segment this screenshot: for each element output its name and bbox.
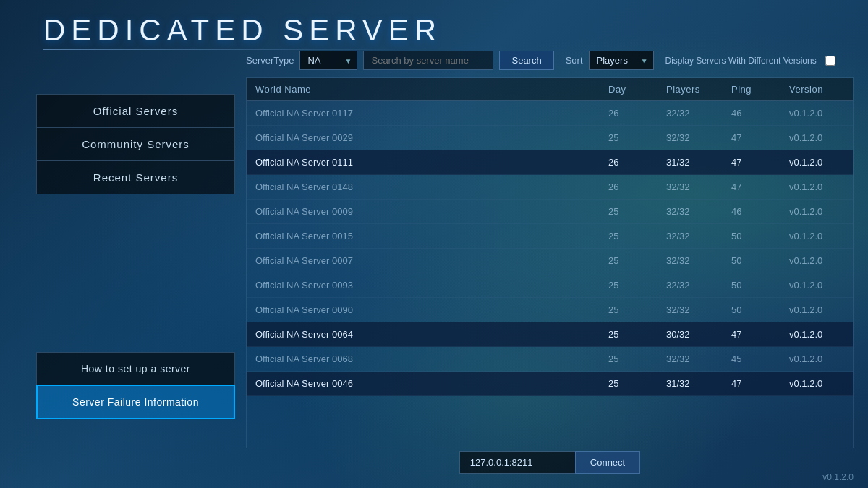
table-row[interactable]: Official NA Server 00682532/3245v0.1.2.0 [247,347,853,372]
sidebar-btn-official[interactable]: Official Servers [36,94,235,127]
table-cell-version: v0.1.2.0 [780,181,853,192]
table-cell-version: v0.1.2.0 [780,304,853,315]
table-cell-ping: 47 [723,157,780,168]
table-cell-world-name: Official NA Server 0117 [247,108,600,119]
table-cell-version: v0.1.2.0 [780,378,853,389]
main-content: DEDICATED SERVER Official ServersCommuni… [0,0,868,488]
table-row[interactable]: Official NA Server 00092532/3246v0.1.2.0 [247,200,853,224]
table-cell-world-name: Official NA Server 0111 [247,157,600,168]
table-cell-players: 32/32 [658,354,723,364]
bottom-link-failure[interactable]: Server Failure Information [36,385,235,419]
table-cell-day: 25 [600,231,658,241]
table-header-world-name: World Name [247,84,600,95]
server-type-select[interactable]: NAEUASSAOC [299,51,357,70]
table-cell-players: 31/32 [658,378,723,389]
table-cell-day: 25 [600,280,658,291]
table-cell-players: 31/32 [658,157,723,168]
server-table: World NameDayPlayersPingVersion Official… [246,77,854,448]
table-cell-ping: 50 [723,255,780,266]
version-label: v0.1.2.0 [822,472,854,482]
connect-bar: Connect [246,451,854,474]
table-cell-version: v0.1.2.0 [780,206,853,217]
table-row[interactable]: Official NA Server 00642530/3247v0.1.2.0 [247,322,853,347]
table-cell-day: 25 [600,304,658,315]
table-cell-day: 26 [600,181,658,192]
table-header: World NameDayPlayersPingVersion [247,78,853,101]
table-header-day: Day [600,84,658,95]
table-row[interactable]: Official NA Server 00072532/3250v0.1.2.0 [247,249,853,273]
table-cell-version: v0.1.2.0 [780,132,853,143]
table-cell-world-name: Official NA Server 0046 [247,378,600,389]
table-cell-world-name: Official NA Server 0064 [247,329,600,340]
table-cell-world-name: Official NA Server 0029 [247,132,600,143]
table-cell-ping: 50 [723,231,780,241]
server-type-label: ServerType [246,55,294,66]
table-cell-version: v0.1.2.0 [780,157,853,168]
page-title: DEDICATED SERVER [43,13,442,48]
table-cell-ping: 47 [723,329,780,340]
table-header-players: Players [658,84,723,95]
table-cell-day: 25 [600,206,658,217]
table-header-version: Version [780,84,853,95]
table-row[interactable]: Official NA Server 00292532/3247v0.1.2.0 [247,126,853,150]
table-cell-ping: 50 [723,304,780,315]
table-row[interactable]: Official NA Server 01482632/3247v0.1.2.0 [247,175,853,200]
sidebar: Official ServersCommunity ServersRecent … [36,94,235,194]
table-cell-players: 32/32 [658,206,723,217]
title-underline [43,49,405,50]
table-cell-world-name: Official NA Server 0090 [247,304,600,315]
table-cell-world-name: Official NA Server 0148 [247,181,600,192]
table-cell-version: v0.1.2.0 [780,231,853,241]
connect-button[interactable]: Connect [575,451,640,474]
table-cell-ping: 46 [723,108,780,119]
search-input[interactable] [363,51,493,70]
table-cell-players: 32/32 [658,280,723,291]
table-body[interactable]: Official NA Server 01172632/3246v0.1.2.0… [247,101,853,445]
server-panel: ServerType NAEUASSAOC ▼ Search Sort Play… [246,51,854,448]
table-row[interactable]: Official NA Server 00462531/3247v0.1.2.0 [247,372,853,396]
table-cell-ping: 47 [723,378,780,389]
table-cell-version: v0.1.2.0 [780,354,853,364]
table-cell-world-name: Official NA Server 0009 [247,206,600,217]
table-row[interactable]: Official NA Server 00152532/3250v0.1.2.0 [247,224,853,249]
toolbar: ServerType NAEUASSAOC ▼ Search Sort Play… [246,51,854,70]
table-cell-version: v0.1.2.0 [780,329,853,340]
table-cell-world-name: Official NA Server 0068 [247,354,600,364]
table-cell-players: 32/32 [658,304,723,315]
table-cell-ping: 46 [723,206,780,217]
table-header-ping: Ping [723,84,780,95]
table-cell-day: 26 [600,157,658,168]
table-cell-players: 32/32 [658,132,723,143]
server-type-select-wrapper: NAEUASSAOC ▼ [299,51,357,70]
display-diff-checkbox[interactable] [825,56,835,66]
table-cell-ping: 47 [723,181,780,192]
table-row[interactable]: Official NA Server 00902532/3250v0.1.2.0 [247,298,853,322]
table-cell-players: 32/32 [658,231,723,241]
table-cell-day: 25 [600,255,658,266]
table-row[interactable]: Official NA Server 01172632/3246v0.1.2.0 [247,101,853,126]
table-cell-world-name: Official NA Server 0007 [247,255,600,266]
table-row[interactable]: Official NA Server 01112631/3247v0.1.2.0 [247,150,853,175]
table-cell-world-name: Official NA Server 0093 [247,280,600,291]
table-cell-ping: 50 [723,280,780,291]
connect-input[interactable] [459,451,575,474]
table-cell-players: 30/32 [658,329,723,340]
sort-select-wrapper: PlayersPingDayName ▼ [589,51,654,70]
table-cell-day: 25 [600,329,658,340]
table-cell-version: v0.1.2.0 [780,108,853,119]
table-cell-world-name: Official NA Server 0015 [247,231,600,241]
sidebar-btn-community[interactable]: Community Servers [36,127,235,160]
sort-select[interactable]: PlayersPingDayName [589,51,654,70]
bottom-link-setup[interactable]: How to set up a server [36,352,235,385]
table-cell-version: v0.1.2.0 [780,280,853,291]
table-cell-players: 32/32 [658,255,723,266]
table-cell-day: 25 [600,354,658,364]
sidebar-btn-recent[interactable]: Recent Servers [36,160,235,194]
table-cell-ping: 45 [723,354,780,364]
table-cell-players: 32/32 [658,108,723,119]
table-cell-ping: 47 [723,132,780,143]
table-row[interactable]: Official NA Server 00932532/3250v0.1.2.0 [247,273,853,298]
table-cell-players: 32/32 [658,181,723,192]
search-button[interactable]: Search [499,51,553,70]
display-diff-label: Display Servers With Different Versions [665,56,817,66]
